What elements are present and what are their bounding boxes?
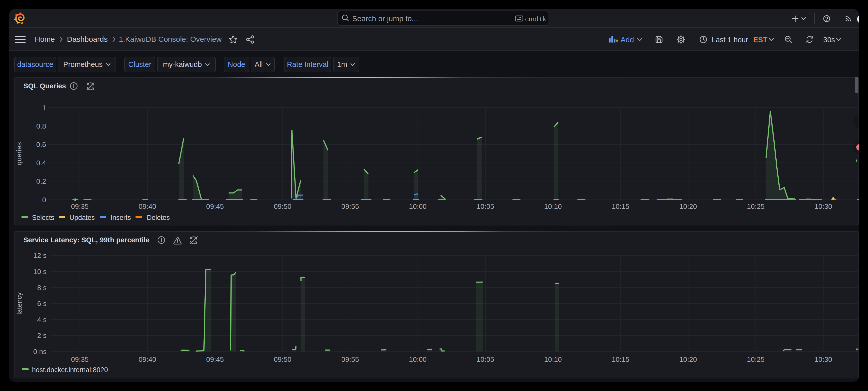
svg-text:09:45: 09:45	[206, 202, 224, 210]
svg-text:1: 1	[42, 104, 46, 112]
svg-text:10 s: 10 s	[33, 268, 46, 275]
svg-text:10:10: 10:10	[544, 202, 562, 210]
svg-text:10:25: 10:25	[747, 356, 765, 363]
svg-text:09:55: 09:55	[341, 202, 359, 210]
svg-text:10:20: 10:20	[679, 356, 697, 363]
svg-text:10:25: 10:25	[747, 202, 765, 210]
svg-text:10:05: 10:05	[476, 356, 494, 363]
svg-text:09:35: 09:35	[71, 356, 89, 363]
svg-text:host.docker.internal:8020: host.docker.internal:8020	[32, 366, 108, 373]
svg-text:10:00: 10:00	[409, 356, 427, 363]
svg-text:10:10: 10:10	[544, 356, 562, 363]
svg-text:6 s: 6 s	[37, 300, 46, 307]
svg-text:0.8: 0.8	[36, 122, 46, 130]
svg-text:Selects: Selects	[32, 214, 54, 221]
svg-text:10:30: 10:30	[815, 202, 832, 210]
svg-text:09:40: 09:40	[139, 356, 156, 363]
svg-text:10:30: 10:30	[815, 356, 832, 363]
svg-text:0.2: 0.2	[36, 177, 46, 185]
svg-text:09:45: 09:45	[206, 356, 224, 363]
svg-text:10:20: 10:20	[679, 202, 697, 210]
svg-text:09:35: 09:35	[71, 202, 89, 210]
svg-text:0.4: 0.4	[36, 159, 46, 167]
svg-text:09:50: 09:50	[274, 202, 291, 210]
svg-text:4 s: 4 s	[37, 316, 46, 324]
svg-text:8 s: 8 s	[37, 284, 46, 292]
svg-text:12 s: 12 s	[33, 252, 46, 259]
svg-text:Inserts: Inserts	[111, 214, 131, 221]
svg-text:Updates: Updates	[69, 214, 95, 221]
svg-text:09:55: 09:55	[341, 356, 359, 363]
svg-text:Deletes: Deletes	[147, 214, 170, 221]
svg-text:10:15: 10:15	[612, 202, 629, 210]
svg-text:0.6: 0.6	[36, 141, 46, 149]
svg-text:0 ns: 0 ns	[33, 348, 46, 356]
svg-text:09:40: 09:40	[139, 202, 156, 210]
svg-text:10:05: 10:05	[476, 202, 494, 210]
svg-text:09:50: 09:50	[274, 356, 291, 363]
svg-text:0: 0	[42, 196, 46, 204]
svg-text:queries: queries	[15, 142, 23, 165]
svg-text:10:15: 10:15	[612, 356, 629, 363]
svg-text:2 s: 2 s	[37, 332, 46, 339]
svg-text:10:00: 10:00	[409, 202, 427, 210]
svg-text:latency: latency	[16, 292, 23, 315]
